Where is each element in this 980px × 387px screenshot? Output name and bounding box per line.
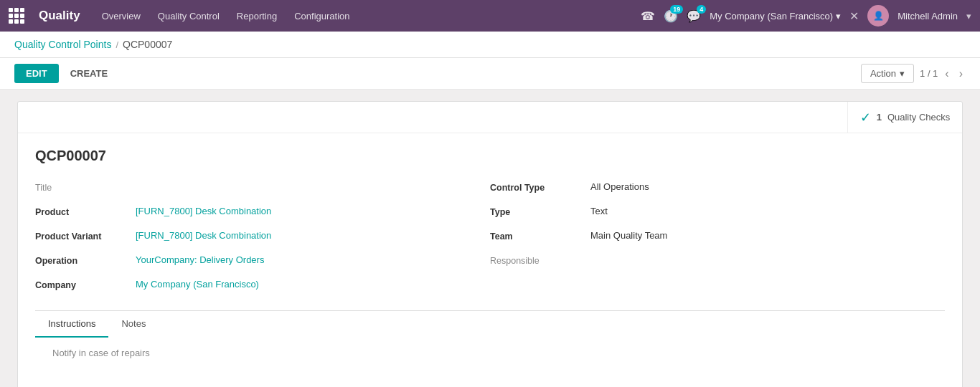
- tab-content-instructions: Notify in case of repairs: [35, 338, 945, 381]
- topbar-right: ☎ 🕐 19 💬 4 My Company (San Francisco) ▾ …: [641, 5, 971, 27]
- field-company: Company My Company (San Francisco): [35, 279, 490, 296]
- pager-prev-button[interactable]: ‹: [942, 66, 951, 82]
- record-card: ✓ 1 Quality Checks QCP00007 Title Produc…: [17, 101, 963, 387]
- field-type: Type Text: [490, 206, 945, 223]
- field-label-operation: Operation: [35, 254, 136, 266]
- action-dropdown-icon: ▾: [900, 68, 905, 79]
- field-value-product-variant[interactable]: [FURN_7800] Desk Combination: [136, 230, 271, 241]
- main-nav: Overview Quality Control Reporting Confi…: [95, 8, 627, 24]
- nav-reporting[interactable]: Reporting: [230, 8, 284, 24]
- quality-checks-btn[interactable]: ✓ 1 Quality Checks: [847, 102, 962, 133]
- company-dropdown-icon: ▾: [836, 11, 841, 22]
- edit-button[interactable]: EDIT: [14, 64, 59, 83]
- action-label: Action: [870, 68, 896, 79]
- field-label-team: Team: [490, 230, 590, 242]
- toolbar: EDIT CREATE Action ▾ 1 / 1 ‹ ›: [0, 58, 980, 90]
- field-value-type: Text: [590, 206, 608, 216]
- record-header-left: [18, 102, 847, 133]
- avatar-initial: 👤: [873, 11, 884, 21]
- field-label-responsible: Responsible: [490, 254, 590, 266]
- breadcrumb: Quality Control Points / QCP00007: [0, 32, 980, 58]
- create-button[interactable]: CREATE: [65, 64, 113, 83]
- checkmark-icon: ✓: [860, 110, 871, 125]
- activity-badge: 19: [670, 5, 683, 14]
- field-label-type: Type: [490, 206, 590, 217]
- field-label-product-variant: Product Variant: [35, 230, 136, 242]
- action-button[interactable]: Action ▾: [861, 64, 914, 83]
- phone-icon-btn[interactable]: ☎: [641, 9, 655, 23]
- company-name: My Company (San Francisco): [710, 11, 833, 22]
- field-value-operation[interactable]: YourCompany: Delivery Orders: [136, 254, 264, 265]
- avatar[interactable]: 👤: [867, 5, 889, 27]
- field-value-team: Main Quality Team: [590, 230, 667, 241]
- message-badge: 4: [697, 5, 706, 14]
- fields-grid: Title Product [FURN_7800] Desk Combinati…: [35, 181, 945, 296]
- topbar: Quality Overview Quality Control Reporti…: [0, 0, 980, 32]
- breadcrumb-separator: /: [116, 39, 118, 50]
- phone-icon: ☎: [641, 9, 655, 23]
- field-value-control-type: All Operations: [590, 181, 649, 192]
- main-content: ✓ 1 Quality Checks QCP00007 Title Produc…: [0, 90, 980, 387]
- fields-left: Title Product [FURN_7800] Desk Combinati…: [35, 181, 490, 296]
- message-icon-btn[interactable]: 💬 4: [687, 9, 701, 23]
- pager: 1 / 1 ‹ ›: [920, 66, 966, 82]
- tab-notes[interactable]: Notes: [108, 311, 159, 338]
- field-label-title: Title: [35, 181, 136, 193]
- field-value-company[interactable]: My Company (San Francisco): [136, 279, 259, 290]
- field-team: Team Main Quality Team: [490, 230, 945, 247]
- record-number: QCP00007: [35, 148, 945, 164]
- nav-configuration[interactable]: Configuration: [287, 8, 357, 24]
- app-grid-icon[interactable]: [9, 8, 24, 24]
- field-control-type: Control Type All Operations: [490, 181, 945, 199]
- field-title: Title: [35, 181, 490, 199]
- user-name[interactable]: Mitchell Admin: [897, 11, 958, 22]
- nav-overview[interactable]: Overview: [95, 8, 148, 24]
- breadcrumb-current: QCP00007: [123, 39, 172, 50]
- field-responsible: Responsible: [490, 254, 945, 272]
- quality-checks-label: Quality Checks: [887, 112, 950, 123]
- field-operation: Operation YourCompany: Delivery Orders: [35, 254, 490, 272]
- user-dropdown-icon: ▾: [966, 11, 971, 22]
- activity-icon-btn[interactable]: 🕐 19: [664, 9, 678, 23]
- tab-instructions[interactable]: Instructions: [35, 311, 108, 338]
- field-value-product[interactable]: [FURN_7800] Desk Combination: [136, 206, 271, 216]
- breadcrumb-parent[interactable]: Quality Control Points: [14, 39, 111, 50]
- record-header: ✓ 1 Quality Checks: [18, 102, 962, 133]
- field-label-company: Company: [35, 279, 136, 290]
- record-body: QCP00007 Title Product [FURN_7800] Desk …: [18, 133, 962, 387]
- field-product: Product [FURN_7800] Desk Combination: [35, 206, 490, 223]
- close-icon[interactable]: ✕: [849, 9, 859, 23]
- company-selector[interactable]: My Company (San Francisco) ▾: [710, 11, 841, 22]
- tabs-bar: Instructions Notes: [35, 310, 945, 338]
- nav-quality-control[interactable]: Quality Control: [151, 8, 227, 24]
- field-product-variant: Product Variant [FURN_7800] Desk Combina…: [35, 230, 490, 247]
- field-label-control-type: Control Type: [490, 181, 590, 193]
- fields-right: Control Type All Operations Type Text Te…: [490, 181, 945, 296]
- toolbar-right: Action ▾ 1 / 1 ‹ ›: [861, 64, 966, 83]
- instructions-text: Notify in case of repairs: [52, 348, 150, 358]
- field-label-product: Product: [35, 206, 136, 217]
- pager-next-button[interactable]: ›: [956, 66, 966, 82]
- pager-text: 1 / 1: [920, 68, 938, 79]
- app-logo: Quality: [39, 9, 80, 23]
- app-name: Quality: [39, 9, 80, 23]
- quality-checks-count: 1: [877, 112, 882, 123]
